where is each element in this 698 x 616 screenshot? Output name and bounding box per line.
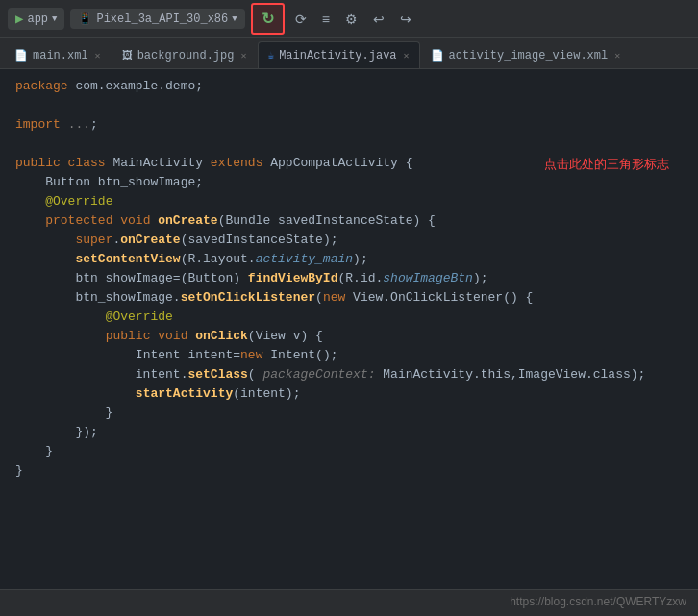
code-content: package com.example.demo; import ...; pu… (0, 69, 698, 589)
jpg-icon: 🖼 (122, 49, 133, 62)
tab-background-jpg-close[interactable]: ✕ (240, 50, 246, 62)
code-line-1: package com.example.demo; (0, 77, 698, 96)
forward-button[interactable]: ↪ (395, 9, 416, 30)
back-button[interactable]: ↩ (368, 9, 389, 30)
tab-activity-image-view-xml[interactable]: 📄 activity_image_view.xml ✕ (420, 41, 632, 68)
code-line-3: import ...; (0, 115, 698, 135)
code-line-4 (0, 135, 698, 154)
run-icon: ▶ (15, 11, 23, 27)
code-line-21: } (0, 461, 698, 480)
code-line-6: Button btn_showImage; (0, 173, 698, 192)
tab-main-activity-java-close[interactable]: ✕ (404, 50, 410, 62)
watermark-text: https://blog.csdn.net/QWERTYzxw (510, 595, 686, 608)
code-line-14: public void onClick(View v) { (0, 327, 698, 346)
code-line-11: btn_showImage=(Button) findViewById(R.id… (0, 269, 698, 288)
reload-icon-button[interactable]: ↻ (257, 7, 279, 31)
chevron-down-icon: ▼ (52, 14, 57, 24)
code-editor: package com.example.demo; import ...; pu… (0, 69, 698, 589)
tab-background-jpg-label: background.jpg (137, 49, 235, 62)
tab-main-activity-java-label: MainActivity.java (279, 49, 396, 62)
tab-background-jpg[interactable]: 🖼 background.jpg ✕ (112, 41, 258, 68)
editor-tabs: 📄 main.xml ✕ 🖼 background.jpg ✕ ☕ MainAc… (0, 38, 698, 69)
tab-main-xml-close[interactable]: ✕ (95, 50, 101, 62)
menu-button[interactable]: ≡ (317, 9, 335, 30)
tab-main-activity-java[interactable]: ☕ MainActivity.java ✕ (258, 41, 420, 68)
tab-activity-image-view-xml-close[interactable]: ✕ (614, 50, 620, 62)
code-line-12: btn_showImage.setOnClickListener(new Vie… (0, 288, 698, 308)
code-line-8: protected void onCreate(Bundle savedInst… (0, 211, 698, 231)
code-line-15: Intent intent=new Intent(); (0, 346, 698, 365)
code-line-7: @Override (0, 192, 698, 211)
toolbar: ▶ app ▼ 📱 Pixel_3a_API_30_x86 ▼ ↻ ⟳ ≡ ⚙ … (0, 0, 698, 38)
code-line-16: intent.setClass( packageContext: MainAct… (0, 365, 698, 384)
chevron-down-icon: ▼ (232, 14, 237, 24)
code-line-20: } (0, 442, 698, 461)
code-line-17: startActivity(intent); (0, 384, 698, 404)
tab-main-xml-label: main.xml (33, 49, 88, 62)
java-icon: ☕ (268, 49, 275, 62)
device-label: Pixel_3a_API_30_x86 (96, 12, 228, 26)
tab-main-xml[interactable]: 📄 main.xml ✕ (4, 41, 112, 68)
code-line-10: setContentView(R.layout.activity_main); (0, 250, 698, 269)
hint-text: 点击此处的三角形标志 (544, 156, 669, 173)
xml-icon: 📄 (14, 49, 28, 62)
settings-button[interactable]: ⚙ (340, 9, 362, 30)
sync-button[interactable]: ⟳ (290, 9, 312, 30)
run-config-label: app (27, 12, 48, 26)
run-config-dropdown[interactable]: ▶ app ▼ (8, 8, 64, 30)
bottom-bar: https://blog.csdn.net/QWERTYzxw (0, 589, 698, 616)
code-line-9: super.onCreate(savedInstanceState); (0, 231, 698, 250)
code-line-19: }); (0, 423, 698, 442)
code-line-18: } (0, 404, 698, 423)
code-line-2 (0, 96, 698, 115)
reload-button-highlighted[interactable]: ↻ (251, 3, 285, 35)
xml-icon2: 📄 (431, 49, 444, 62)
code-line-13: @Override (0, 308, 698, 327)
device-icon: 📱 (78, 12, 92, 26)
tab-activity-image-view-xml-label: activity_image_view.xml (449, 49, 609, 62)
device-config-dropdown[interactable]: 📱 Pixel_3a_API_30_x86 ▼ (70, 9, 244, 29)
